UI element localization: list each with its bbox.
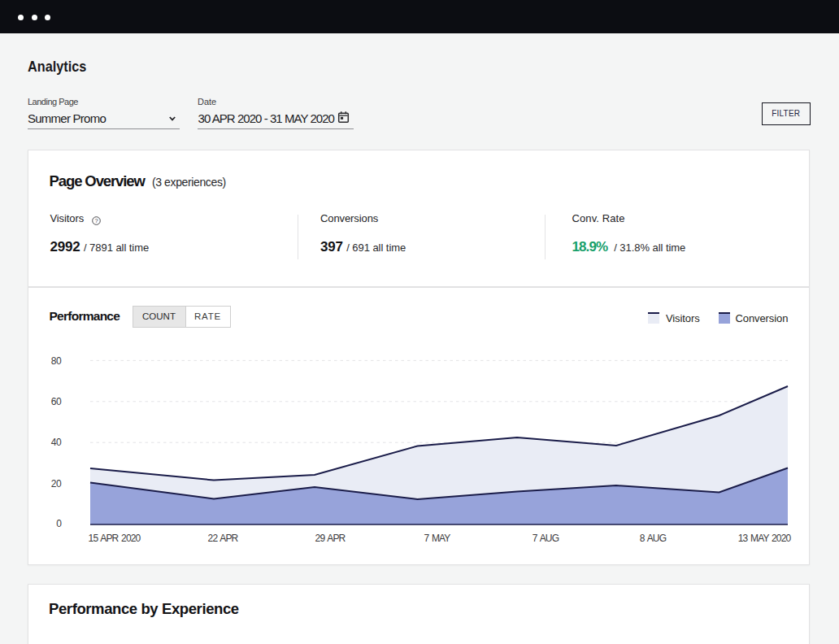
svg-text:8 AUG: 8 AUG xyxy=(640,533,667,544)
svg-text:?: ? xyxy=(94,217,98,224)
svg-text:13 MAY 2020: 13 MAY 2020 xyxy=(738,533,792,544)
svg-text:40: 40 xyxy=(51,437,62,448)
svg-text:60: 60 xyxy=(51,396,62,407)
svg-text:20: 20 xyxy=(51,478,62,490)
svg-text:7 AUG: 7 AUG xyxy=(533,533,559,544)
svg-text:22 APR: 22 APR xyxy=(208,533,239,544)
svg-text:7 MAY: 7 MAY xyxy=(424,533,450,544)
svg-text:80: 80 xyxy=(51,355,62,367)
svg-text:15 APR 2020: 15 APR 2020 xyxy=(89,533,141,544)
svg-text:29 APR: 29 APR xyxy=(315,533,346,544)
svg-text:0: 0 xyxy=(56,518,62,529)
